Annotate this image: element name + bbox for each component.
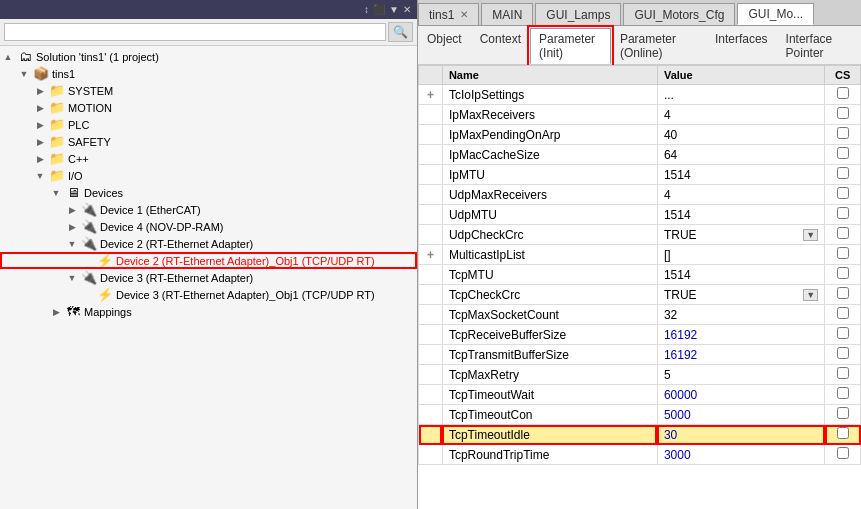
cs-checkbox[interactable] [837, 87, 849, 99]
cs-cell[interactable] [825, 365, 861, 385]
cs-checkbox[interactable] [837, 387, 849, 399]
tree-item-device2[interactable]: ▼ 🔌 Device 2 (RT-Ethernet Adapter) [0, 235, 417, 252]
tab-guilamps[interactable]: GUI_Lamps [535, 3, 621, 25]
tree-item-device3obj1[interactable]: ⚡ Device 3 (RT-Ethernet Adapter)_Obj1 (T… [0, 286, 417, 303]
cs-cell[interactable] [825, 185, 861, 205]
table-row[interactable]: TcpReceiveBufferSize16192 [419, 325, 861, 345]
tab-guimo[interactable]: GUI_Mo... [737, 3, 814, 25]
tree-item-plc[interactable]: ▶ 📁 PLC [0, 116, 417, 133]
tree-item-solution[interactable]: ▲ 🗂 Solution 'tins1' (1 project) [0, 48, 417, 65]
tab-guimotors[interactable]: GUI_Motors_Cfg [623, 3, 735, 25]
value-cell[interactable]: [] [657, 245, 824, 265]
cs-checkbox[interactable] [837, 347, 849, 359]
toggle-icon[interactable]: ▼ [64, 273, 80, 283]
table-row[interactable]: UdpCheckCrcTRUE▼ [419, 225, 861, 245]
table-row[interactable]: TcpCheckCrcTRUE▼ [419, 285, 861, 305]
cs-checkbox[interactable] [837, 167, 849, 179]
cs-cell[interactable] [825, 225, 861, 245]
value-cell[interactable]: 40 [657, 125, 824, 145]
table-row[interactable]: TcpMaxSocketCount32 [419, 305, 861, 325]
tree-item-device3[interactable]: ▼ 🔌 Device 3 (RT-Ethernet Adapter) [0, 269, 417, 286]
value-cell[interactable]: ... [657, 85, 824, 105]
toggle-icon[interactable]: ▶ [32, 103, 48, 113]
cs-checkbox[interactable] [837, 207, 849, 219]
search-input[interactable] [4, 23, 386, 41]
tree-item-device4[interactable]: ▶ 🔌 Device 4 (NOV-DP-RAM) [0, 218, 417, 235]
tab-main[interactable]: MAIN [481, 3, 533, 25]
menu-icon[interactable]: ▼ [389, 4, 399, 15]
toggle-icon[interactable]: ▲ [0, 52, 16, 62]
value-cell[interactable]: 1514 [657, 165, 824, 185]
table-row[interactable]: TcpTimeoutCon5000 [419, 405, 861, 425]
toggle-icon[interactable]: ▼ [48, 188, 64, 198]
table-row[interactable]: +MulticastIpList[] [419, 245, 861, 265]
toggle-icon[interactable]: ▶ [32, 120, 48, 130]
toggle-icon[interactable]: ▶ [48, 307, 64, 317]
dropdown-cell[interactable]: TRUE▼ [664, 288, 818, 302]
tree-item-safety[interactable]: ▶ 📁 SAFETY [0, 133, 417, 150]
tree-item-system[interactable]: ▶ 📁 SYSTEM [0, 82, 417, 99]
tree-item-tins1[interactable]: ▼ 📦 tins1 [0, 65, 417, 82]
sub-tab-interfacepointer[interactable]: Interface Pointer [777, 28, 861, 64]
tree-item-motion[interactable]: ▶ 📁 MOTION [0, 99, 417, 116]
close-icon[interactable]: ✕ [403, 4, 411, 15]
expand-icon[interactable]: + [427, 248, 434, 262]
tree-item-cpp[interactable]: ▶ 📁 C++ [0, 150, 417, 167]
cs-cell[interactable] [825, 245, 861, 265]
cs-cell[interactable] [825, 165, 861, 185]
dock-icon[interactable]: ⬛ [373, 4, 385, 15]
tab-close[interactable]: ✕ [460, 9, 468, 20]
value-cell[interactable]: TRUE▼ [657, 225, 824, 245]
sub-tab-paramonline[interactable]: Parameter (Online) [611, 28, 706, 64]
table-row[interactable]: TcpRoundTripTime3000 [419, 445, 861, 465]
cs-cell[interactable] [825, 385, 861, 405]
value-cell[interactable]: 5 [657, 365, 824, 385]
toggle-icon[interactable]: ▶ [64, 205, 80, 215]
expand-cell[interactable]: + [419, 245, 443, 265]
sub-tab-paraminit[interactable]: Parameter (Init) [530, 28, 611, 64]
table-row[interactable]: TcpTimeoutWait60000 [419, 385, 861, 405]
cs-checkbox[interactable] [837, 447, 849, 459]
cs-cell[interactable] [825, 405, 861, 425]
value-cell[interactable]: 3000 [657, 445, 824, 465]
table-row[interactable]: TcpMTU1514 [419, 265, 861, 285]
cs-cell[interactable] [825, 285, 861, 305]
tree-item-io[interactable]: ▼ 📁 I/O [0, 167, 417, 184]
table-row[interactable]: TcpMaxRetry5 [419, 365, 861, 385]
cs-cell[interactable] [825, 105, 861, 125]
tree-item-device2obj1[interactable]: ⚡ Device 2 (RT-Ethernet Adapter)_Obj1 (T… [0, 252, 417, 269]
value-cell[interactable]: 60000 [657, 385, 824, 405]
cs-cell[interactable] [825, 445, 861, 465]
value-cell[interactable]: 16192 [657, 345, 824, 365]
cs-checkbox[interactable] [837, 267, 849, 279]
cs-checkbox[interactable] [837, 147, 849, 159]
cs-checkbox[interactable] [837, 107, 849, 119]
dropdown-cell[interactable]: TRUE▼ [664, 228, 818, 242]
table-row[interactable]: TcpTimeoutIdle30 [419, 425, 861, 445]
cs-cell[interactable] [825, 145, 861, 165]
search-button[interactable]: 🔍 [388, 22, 413, 42]
toggle-icon[interactable]: ▼ [32, 171, 48, 181]
cs-checkbox[interactable] [837, 227, 849, 239]
expand-icon[interactable]: + [427, 88, 434, 102]
value-cell[interactable]: 64 [657, 145, 824, 165]
toggle-icon[interactable]: ▶ [32, 137, 48, 147]
value-cell[interactable]: TRUE▼ [657, 285, 824, 305]
value-cell[interactable]: 30 [657, 425, 824, 445]
tree-item-devices[interactable]: ▼ 🖥 Devices [0, 184, 417, 201]
table-row[interactable]: IpMaxPendingOnArp40 [419, 125, 861, 145]
table-row[interactable]: IpMTU1514 [419, 165, 861, 185]
cs-cell[interactable] [825, 205, 861, 225]
cs-checkbox[interactable] [837, 287, 849, 299]
cs-cell[interactable] [825, 265, 861, 285]
pin-icon[interactable]: ↕ [364, 4, 369, 15]
table-row[interactable]: IpMaxReceivers4 [419, 105, 861, 125]
table-row[interactable]: UdpMTU1514 [419, 205, 861, 225]
cs-checkbox[interactable] [837, 187, 849, 199]
table-row[interactable]: UdpMaxReceivers4 [419, 185, 861, 205]
value-cell[interactable]: 32 [657, 305, 824, 325]
table-row[interactable]: IpMacCacheSize64 [419, 145, 861, 165]
value-cell[interactable]: 5000 [657, 405, 824, 425]
cs-checkbox[interactable] [837, 127, 849, 139]
cs-cell[interactable] [825, 425, 861, 445]
